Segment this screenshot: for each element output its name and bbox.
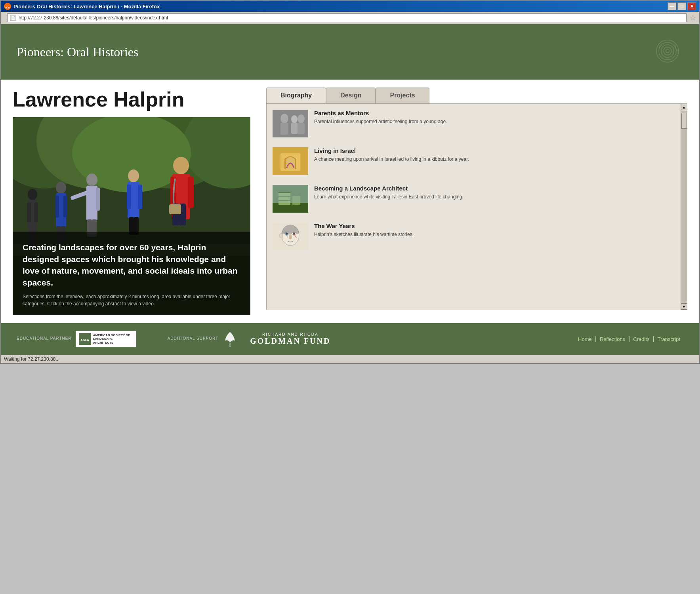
scroll-thumb[interactable] (681, 113, 687, 129)
browser-title: Pioneers Oral Histories: Lawrence Halpri… (13, 4, 160, 10)
video-desc-parents: Parental influences supported artistic f… (314, 118, 447, 125)
goldman-fund: RICHARD AND RHODA GOLDMAN FUND (250, 332, 330, 346)
hero-image-container: Creating landscapes for over 60 years, H… (13, 117, 250, 315)
footer-left: EDUCATIONAL PARTNER ASLA AMERICAN SOCIET… (17, 331, 330, 347)
nea-logo (222, 331, 238, 347)
hero-scene: Creating landscapes for over 60 years, H… (13, 117, 250, 315)
video-thumb-architect (273, 185, 308, 213)
bookmark-star-icon[interactable]: ☆ (690, 13, 696, 22)
goldman-bottom: GOLDMAN FUND (250, 337, 330, 346)
video-desc-architect: Learn what experience while visiting Tal… (314, 194, 463, 200)
panel-scrollbar: ▲ ▼ (681, 104, 687, 310)
educational-partner: EDUCATIONAL PARTNER ASLA AMERICAN SOCIET… (17, 331, 136, 347)
asla-name-text: AMERICAN SOCIETY OF LANDSCAPE ARCHITECTS (93, 333, 133, 345)
svg-point-32 (173, 157, 189, 174)
svg-rect-28 (127, 185, 131, 209)
svg-point-20 (86, 173, 97, 186)
list-item[interactable]: The War Years Halprin's sketches illustr… (273, 223, 675, 250)
footer-nav-credits[interactable]: Credits (630, 336, 652, 342)
video-info-architect: Becoming a Landscape Architect Learn wha… (314, 185, 463, 213)
video-info-israel: Living in Israel A chance meeting upon a… (314, 147, 469, 175)
left-column: Lawrence Halprin (13, 88, 258, 315)
svg-rect-35 (188, 177, 194, 208)
person-name: Lawrence Halprin (13, 88, 258, 111)
browser-icon: 🦊 (4, 3, 11, 10)
video-desc-israel: A chance meeting upon arrival in Israel … (314, 156, 469, 163)
svg-rect-45 (298, 123, 305, 134)
scroll-track[interactable] (681, 111, 687, 303)
list-item[interactable]: Living in Israel A chance meeting upon a… (273, 147, 675, 175)
panel-content: Parents as Mentors Parental influences s… (267, 104, 681, 310)
video-thumb-war (273, 223, 308, 250)
svg-rect-11 (34, 202, 38, 222)
thumb-svg-war (273, 223, 308, 250)
window-controls: — □ ✕ (668, 2, 696, 10)
svg-rect-23 (96, 188, 100, 211)
svg-rect-38 (169, 204, 181, 214)
additional-support-label: ADDITIONAL SUPPORT (168, 336, 219, 342)
footer-nav-reflections[interactable]: Reflections (597, 336, 628, 342)
thumb-svg-parents (273, 110, 308, 137)
video-title-war: The War Years (314, 223, 414, 229)
asla-logo-svg: ASLA (79, 333, 91, 345)
thumb-svg-architect (273, 185, 308, 213)
footer-nav-home[interactable]: Home (575, 336, 595, 342)
main-content: Lawrence Halprin (1, 80, 699, 323)
scroll-down-arrow[interactable]: ▼ (681, 303, 687, 310)
footer-nav: Home | Reflections | Credits | Transcrip… (575, 335, 683, 343)
educational-partner-label: EDUCATIONAL PARTNER (17, 336, 72, 342)
url-text: http://72.27.230.88/sites/default/files/… (19, 15, 168, 21)
tab-design[interactable]: Design (326, 88, 376, 103)
video-info-parents: Parents as Mentors Parental influences s… (314, 110, 447, 137)
status-bar: Waiting for 72.27.230.88... (1, 355, 699, 363)
panel-wrapper: Parents as Mentors Parental influences s… (266, 103, 687, 310)
hero-image: Creating landscapes for over 60 years, H… (13, 117, 250, 315)
list-item[interactable]: Parents as Mentors Parental influences s… (273, 110, 675, 137)
site-header: Pioneers: Oral Histories (1, 24, 699, 80)
goldman-top: RICHARD AND RHODA (250, 332, 330, 337)
maximize-button[interactable]: □ (677, 2, 686, 10)
close-button[interactable]: ✕ (687, 2, 696, 10)
page-icon: 📄 (10, 15, 16, 21)
minimize-button[interactable]: — (668, 2, 676, 10)
list-item[interactable]: Becoming a Landscape Architect Learn wha… (273, 185, 675, 213)
svg-rect-43 (291, 123, 298, 134)
site-footer: EDUCATIONAL PARTNER ASLA AMERICAN SOCIET… (1, 323, 699, 355)
address-bar[interactable]: 📄 http://72.27.230.88/sites/default/file… (7, 13, 687, 22)
video-desc-war: Halprin's sketches illustrate his wartim… (314, 231, 414, 238)
svg-point-44 (298, 114, 305, 123)
footer-nav-transcript[interactable]: Transcript (654, 336, 683, 342)
svg-rect-52 (273, 185, 308, 203)
fingerprint-icon (652, 36, 683, 68)
svg-point-26 (128, 169, 139, 182)
page-wrapper: Pioneers: Oral Histories Lawrence Halpri… (1, 24, 699, 355)
svg-rect-29 (138, 185, 142, 209)
asla-logo: ASLA AMERICAN SOCIETY OF LANDSCAPE ARCHI… (76, 331, 136, 347)
tab-projects[interactable]: Projects (376, 88, 429, 103)
svg-point-62 (280, 233, 283, 238)
svg-point-8 (28, 189, 37, 200)
video-thumb-israel (273, 147, 308, 175)
svg-rect-16 (55, 196, 59, 217)
site-title: Pioneers: Oral Histories (17, 45, 139, 59)
hero-overlay: Creating landscapes for over 60 years, H… (13, 232, 250, 315)
ep-label-text: EDUCATIONAL PARTNER (17, 336, 72, 341)
scroll-up-arrow[interactable]: ▲ (681, 104, 687, 110)
nea-logo-svg (222, 329, 238, 349)
asla-name: AMERICAN SOCIETY OF LANDSCAPE ARCHITECTS (93, 333, 133, 345)
video-title-israel: Living in Israel (314, 147, 469, 154)
hero-quote: Creating landscapes for over 60 years, H… (23, 242, 240, 288)
tabs-container: Biography Design Projects (266, 88, 687, 103)
thumb-svg-israel (273, 147, 308, 175)
video-info-war: The War Years Halprin's sketches illustr… (314, 223, 414, 250)
title-bar: 🦊 Pioneers Oral Histories: Lawrence Halp… (1, 1, 699, 12)
svg-text:ASLA: ASLA (80, 338, 89, 342)
additional-support: ADDITIONAL SUPPORT (168, 331, 238, 347)
browser-toolbar: 📄 http://72.27.230.88/sites/default/file… (1, 12, 699, 24)
hero-description: Selections from the interview, each appr… (23, 293, 240, 307)
video-title-parents: Parents as Mentors (314, 110, 447, 116)
svg-point-14 (56, 182, 66, 194)
tab-biography[interactable]: Biography (266, 88, 326, 103)
svg-rect-10 (27, 202, 31, 222)
video-title-architect: Becoming a Landscape Architect (314, 185, 463, 192)
